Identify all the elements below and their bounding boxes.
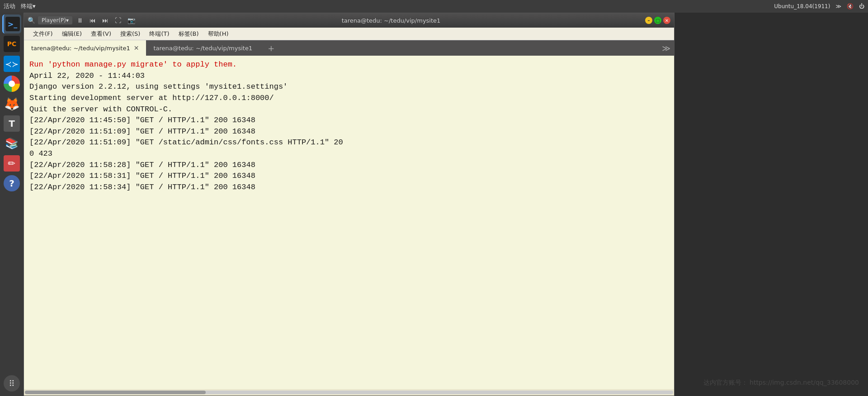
sidebar-item-chrome[interactable]: [2, 74, 21, 93]
player-dropdown[interactable]: Player(P)▾: [38, 16, 72, 24]
watermark-text1: 达内官方账号：: [703, 379, 748, 386]
terminal-menu[interactable]: 终端▾: [21, 2, 36, 10]
sidebar-item-text-editor[interactable]: T: [2, 114, 21, 133]
top-bar-right: Ubuntu_18.04(1911) ≫ 🔇 ⏻: [774, 3, 864, 10]
menu-file[interactable]: 文件(F): [29, 29, 57, 39]
desktop: 活动 终端▾ Ubuntu_18.04(1911) ≫ 🔇 ⏻ >_ PC ≺≻: [0, 0, 868, 396]
minimize-button[interactable]: –: [645, 17, 652, 24]
top-bar-left: 活动 终端▾: [4, 2, 36, 10]
menu-view[interactable]: 查看(V): [87, 29, 115, 39]
watermark: 达内官方账号： https://img.csdn.net/qq_33608000: [703, 379, 859, 387]
volume-icon[interactable]: 🔇: [847, 3, 854, 10]
terminal-icon: >_: [5, 17, 20, 31]
tab-2-label: tarena@tedu: ~/tedu/vip/mysite1: [153, 45, 252, 52]
search-icon[interactable]: 🔍: [28, 17, 35, 24]
terminal-line-7: [22/Apr/2020 11:51:09] "GET / HTTP/1.1" …: [29, 126, 669, 138]
terminal-content[interactable]: Run 'python manage.py migrate' to apply …: [24, 56, 674, 389]
tab-1[interactable]: tarena@tedu: ~/tedu/vip/mysite1 ✕: [24, 40, 146, 56]
menu-help[interactable]: 帮助(H): [204, 29, 232, 39]
tab-scroll-right[interactable]: ≫: [662, 43, 670, 53]
tab-1-close[interactable]: ✕: [134, 44, 139, 52]
skip-forward-button[interactable]: ⏭: [100, 16, 110, 25]
sidebar-item-firefox[interactable]: 🦊: [2, 94, 21, 113]
watermark-text2: https://img.csdn.net/qq_33608000: [750, 379, 859, 386]
menu-search[interactable]: 搜索(S): [117, 29, 144, 39]
expand-icon[interactable]: ≫: [835, 3, 841, 10]
window-controls: – □ ✕: [645, 17, 670, 24]
terminal-line-10: [22/Apr/2020 11:58:28] "GET / HTTP/1.1" …: [29, 160, 669, 171]
sidebar-item-draw[interactable]: ✏: [2, 154, 21, 173]
title-bar: 🔍 Player(P)▾ ⏸ ⏮ ⏭ ⛶ 📷 tarena@tedu: ~/te…: [24, 13, 674, 28]
terminal-line-0: Run 'python manage.py migrate' to apply …: [29, 59, 669, 71]
text-editor-icon: T: [4, 115, 20, 132]
activities-label[interactable]: 活动: [4, 2, 15, 10]
terminal-line-11: [22/Apr/2020 11:58:31] "GET / HTTP/1.1" …: [29, 171, 669, 182]
sidebar-item-book[interactable]: 📚: [2, 134, 21, 153]
terminal-line-2: April 22, 2020 - 11:44:03: [29, 71, 669, 82]
close-button[interactable]: ✕: [663, 17, 670, 24]
menu-edit[interactable]: 编辑(E): [58, 29, 85, 39]
sidebar-item-help[interactable]: ?: [2, 174, 21, 193]
top-bar: 活动 终端▾ Ubuntu_18.04(1911) ≫ 🔇 ⏻: [0, 0, 868, 13]
apps-grid-button[interactable]: ⠿: [4, 375, 20, 391]
terminal-line-4: Starting development server at http://12…: [29, 93, 669, 104]
tab-bar-right: ≫: [662, 40, 674, 56]
tab-1-label: tarena@tedu: ~/tedu/vip/mysite1: [31, 45, 130, 52]
terminal-line-9: 0 423: [29, 148, 669, 160]
terminal-line-5: Quit the server with CONTROL-C.: [29, 104, 669, 115]
sidebar-bottom: ⠿: [4, 375, 20, 391]
book-icon: 📚: [5, 137, 19, 150]
scrollbar-track: [25, 391, 673, 394]
chrome-icon: [4, 76, 20, 92]
sidebar-item-pycharm[interactable]: PC: [2, 34, 21, 53]
right-desktop-area: [675, 13, 868, 396]
pycharm-icon: PC: [4, 36, 20, 52]
sidebar-item-vscode[interactable]: ≺≻: [2, 54, 21, 73]
menu-terminal[interactable]: 终端(T): [146, 29, 173, 39]
scrollbar-thumb[interactable]: [25, 391, 206, 394]
ubuntu-version: Ubuntu_18.04(1911): [774, 3, 830, 10]
help-icon: ?: [4, 175, 20, 191]
window-title: tarena@tedu: ~/tedu/vip/mysite1: [342, 17, 441, 24]
pencil-icon: ✏: [4, 155, 20, 172]
terminal-scrollbar[interactable]: [24, 389, 674, 396]
terminal-line-8: [22/Apr/2020 11:51:09] "GET /static/admi…: [29, 137, 669, 148]
fullscreen-button[interactable]: ⛶: [113, 16, 123, 25]
pause-button[interactable]: ⏸: [75, 16, 85, 25]
menu-tabs[interactable]: 标签(B): [175, 29, 203, 39]
title-bar-left: 🔍 Player(P)▾ ⏸ ⏮ ⏭ ⛶ 📷: [28, 16, 137, 25]
terminal-window: 🔍 Player(P)▾ ⏸ ⏮ ⏭ ⛶ 📷 tarena@tedu: ~/te…: [24, 13, 675, 396]
tab-bar: tarena@tedu: ~/tedu/vip/mysite1 ✕ tarena…: [24, 40, 674, 56]
firefox-icon: 🦊: [4, 96, 20, 111]
menu-bar: 文件(F) 编辑(E) 查看(V) 搜索(S) 终端(T) 标签(B) 帮助(H…: [24, 28, 674, 40]
terminal-line-12: [22/Apr/2020 11:58:34] "GET / HTTP/1.1" …: [29, 182, 669, 193]
vscode-icon: ≺≻: [4, 56, 20, 72]
tab-2[interactable]: tarena@tedu: ~/tedu/vip/mysite1: [146, 40, 263, 56]
sidebar-item-terminal[interactable]: >_: [2, 14, 21, 33]
terminal-line-6: [22/Apr/2020 11:45:50] "GET / HTTP/1.1" …: [29, 115, 669, 126]
new-tab-button[interactable]: +: [263, 40, 279, 56]
power-icon[interactable]: ⏻: [859, 3, 864, 10]
capture-button[interactable]: 📷: [126, 16, 137, 25]
skip-back-button[interactable]: ⏮: [88, 16, 98, 25]
terminal-line-3: Django version 2.2.12, using settings 'm…: [29, 81, 669, 93]
maximize-button[interactable]: □: [654, 17, 661, 24]
sidebar: >_ PC ≺≻ 🦊 T 📚 ✏: [0, 13, 24, 396]
